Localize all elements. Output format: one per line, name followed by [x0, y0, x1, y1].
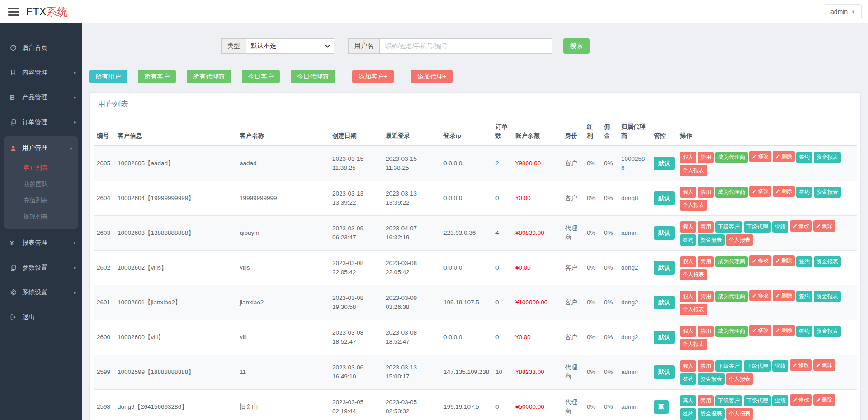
edit-button[interactable]: 修改: [790, 394, 812, 406]
sign-button[interactable]: 签约: [680, 373, 696, 385]
delete-button[interactable]: 删除: [773, 255, 795, 266]
edit-button[interactable]: 修改: [749, 325, 771, 336]
sidebar-item-logout[interactable]: 退出: [0, 305, 82, 330]
sidebar-item-home[interactable]: 后台首页: [0, 35, 82, 60]
become-agent-button[interactable]: 成为代理商: [715, 187, 748, 198]
disable-button[interactable]: 禁用: [698, 395, 714, 406]
personal-report-button[interactable]: 个人报表: [680, 269, 707, 280]
sidebar-item-report[interactable]: ¥报表管理▸: [0, 230, 82, 255]
sidebar-item-params[interactable]: 参数设置▸: [0, 255, 82, 280]
delete-button[interactable]: 删除: [773, 325, 795, 336]
edit-button[interactable]: 修改: [790, 220, 812, 232]
today-agents-button[interactable]: 今日代理商: [291, 70, 335, 83]
agent-link[interactable]: dong2: [621, 299, 638, 306]
sidebar-item-order[interactable]: 订单管理▸: [0, 110, 82, 135]
edit-button[interactable]: 修改: [749, 151, 771, 162]
control-win-button[interactable]: 赢: [654, 400, 669, 414]
sidebar-subitem-my-team[interactable]: 我的团队: [4, 176, 78, 192]
all-customers-button[interactable]: 所有客户: [138, 70, 176, 83]
search-button[interactable]: 搜索: [563, 38, 590, 54]
add-customer-button[interactable]: 添加客户+: [352, 70, 394, 83]
become-agent-button[interactable]: 成为代理商: [715, 256, 748, 267]
fake-user-button[interactable]: 假人: [680, 152, 696, 163]
user-menu-button[interactable]: admin ▼: [825, 4, 862, 19]
sign-button[interactable]: 签约: [796, 187, 812, 198]
sign-button[interactable]: 签约: [796, 152, 812, 163]
sidebar-item-product[interactable]: Ƀ产品管理▸: [0, 85, 82, 110]
real-user-button[interactable]: 真人: [680, 395, 696, 406]
agent-link[interactable]: admin: [621, 403, 638, 410]
sign-button[interactable]: 签约: [680, 234, 696, 246]
fund-report-button[interactable]: 资金报表: [814, 152, 841, 163]
agent-link[interactable]: dong2: [621, 264, 638, 271]
fund-report-button[interactable]: 资金报表: [698, 408, 725, 420]
fund-report-button[interactable]: 资金报表: [814, 187, 841, 198]
edit-button[interactable]: 修改: [790, 359, 812, 371]
disable-button[interactable]: 禁用: [698, 187, 714, 198]
personal-report-button[interactable]: 个人报表: [680, 304, 707, 315]
sub-customers-button[interactable]: 下级客户: [715, 360, 742, 372]
control-default-button[interactable]: 默认: [654, 296, 675, 309]
fund-report-button[interactable]: 资金报表: [698, 373, 725, 385]
fund-report-button[interactable]: 资金报表: [814, 326, 841, 337]
username-input[interactable]: [379, 38, 552, 54]
delete-button[interactable]: 删除: [813, 220, 835, 232]
sidebar-subitem-recharge-list[interactable]: 充值列表: [4, 192, 78, 209]
become-agent-button[interactable]: 成为代理商: [715, 326, 748, 337]
agent-link[interactable]: dong2: [621, 334, 638, 341]
sub-agents-button[interactable]: 下级代理: [744, 221, 771, 233]
sub-customers-button[interactable]: 下级客户: [715, 395, 742, 406]
sign-button[interactable]: 签约: [796, 326, 812, 337]
disable-button[interactable]: 禁用: [698, 221, 714, 233]
become-agent-button[interactable]: 成为代理商: [715, 291, 748, 302]
sidebar-item-system[interactable]: 系统设置▸: [0, 280, 82, 305]
delete-button[interactable]: 删除: [813, 394, 835, 406]
sidebar-item-user[interactable]: 用户管理▸: [4, 136, 78, 160]
edit-button[interactable]: 修改: [749, 290, 771, 301]
fund-report-button[interactable]: 资金报表: [814, 256, 841, 267]
fake-user-button[interactable]: 假人: [680, 256, 696, 267]
become-agent-button[interactable]: 成为代理商: [715, 152, 748, 163]
sidebar-subitem-customer-list[interactable]: 客户列表: [4, 160, 78, 176]
fund-report-button[interactable]: 资金报表: [814, 291, 841, 302]
today-customers-button[interactable]: 今日客户: [242, 70, 280, 83]
add-agent-button[interactable]: 添加代理+: [411, 70, 453, 83]
sidebar-subitem-withdraw-list[interactable]: 提现列表: [4, 209, 78, 225]
sign-button[interactable]: 签约: [680, 408, 696, 420]
disable-button[interactable]: 禁用: [698, 152, 714, 163]
sub-agents-button[interactable]: 下级代理: [744, 360, 771, 372]
sidebar-item-content[interactable]: 内容管理▸: [0, 60, 82, 85]
fake-user-button[interactable]: 假人: [680, 360, 696, 372]
all-users-button[interactable]: 所有用户: [89, 70, 127, 83]
fake-user-button[interactable]: 假人: [680, 326, 696, 337]
disable-button[interactable]: 禁用: [698, 360, 714, 372]
fake-user-button[interactable]: 假人: [680, 187, 696, 198]
delete-button[interactable]: 删除: [773, 151, 795, 162]
agent-link[interactable]: admin: [621, 369, 638, 375]
edit-button[interactable]: 修改: [749, 255, 771, 266]
sign-button[interactable]: 签约: [796, 291, 812, 302]
all-agents-button[interactable]: 所有代理商: [187, 70, 231, 83]
fund-report-button[interactable]: 资金报表: [698, 234, 725, 246]
edit-button[interactable]: 修改: [749, 186, 771, 197]
sub-customers-button[interactable]: 下级客户: [715, 221, 742, 233]
delete-button[interactable]: 删除: [773, 290, 795, 301]
agent-link[interactable]: 10002586: [621, 155, 645, 171]
personal-report-button[interactable]: 个人报表: [680, 339, 707, 350]
disable-button[interactable]: 禁用: [698, 326, 714, 337]
personal-report-button[interactable]: 个人报表: [726, 234, 753, 246]
fake-user-button[interactable]: 假人: [680, 221, 696, 233]
personal-report-button[interactable]: 个人报表: [680, 200, 707, 211]
disable-button[interactable]: 禁用: [698, 256, 714, 267]
control-default-button[interactable]: 默认: [654, 261, 675, 275]
fake-user-button[interactable]: 假人: [680, 291, 696, 302]
performance-button[interactable]: 业绩: [772, 221, 788, 233]
control-default-button[interactable]: 默认: [654, 157, 675, 170]
personal-report-button[interactable]: 个人报表: [726, 408, 753, 420]
hamburger-menu-icon[interactable]: [8, 8, 19, 16]
delete-button[interactable]: 删除: [773, 186, 795, 197]
performance-button[interactable]: 业绩: [772, 360, 788, 372]
agent-link[interactable]: admin: [621, 229, 638, 236]
control-default-button[interactable]: 默认: [654, 226, 675, 240]
performance-button[interactable]: 业绩: [772, 395, 788, 406]
